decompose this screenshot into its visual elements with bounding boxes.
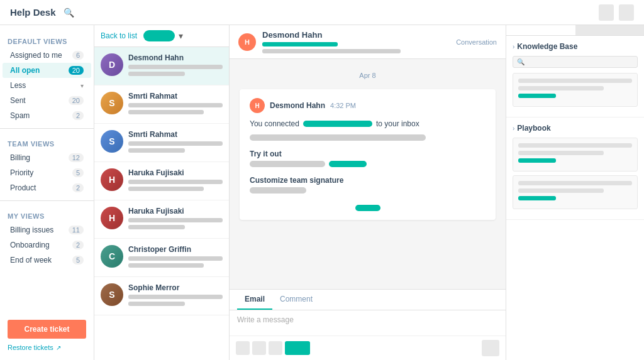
back-to-list-link[interactable]: Back to list	[101, 31, 137, 40]
avatar: S	[101, 283, 123, 306]
sidebar-item-label: Billing issues	[10, 226, 69, 234]
compose-input[interactable]: Write a message	[230, 310, 506, 335]
conv-item-smrti2[interactable]: S Smrti Rahmat	[94, 124, 229, 162]
kb-line	[518, 86, 604, 90]
msg-try-section: Try it out	[250, 147, 486, 167]
msg-sub-line	[250, 134, 486, 141]
toolbar-btn-teal[interactable]	[285, 341, 310, 355]
sidebar-item-assigned-to-me[interactable]: Assigned to me 6	[3, 48, 91, 63]
conv-header-desc-bar	[262, 49, 401, 53]
conv-name: Christoper Griffin	[128, 245, 223, 254]
sidebar-item-onboarding[interactable]: Onboarding 2	[3, 237, 91, 253]
conv-item-chris[interactable]: C Christoper Griffin	[94, 239, 229, 277]
msg-time: 4:32 PM	[330, 102, 356, 109]
my-views-title: My views	[0, 206, 94, 222]
dropdown-button[interactable]: ▾	[179, 31, 183, 41]
restore-tickets-link[interactable]: Restore tickets ↗	[0, 341, 94, 354]
sidebar-item-label: All open	[10, 66, 69, 75]
msg-try-row	[250, 161, 486, 167]
sidebar-item-priority[interactable]: Priority 5	[3, 165, 91, 180]
knowledge-base-header[interactable]: › Knowledge Base	[513, 42, 638, 51]
sidebar-item-product[interactable]: Product 2	[3, 180, 91, 195]
sidebar-item-spam[interactable]: Spam 2	[3, 108, 91, 123]
compose-toolbar	[230, 335, 506, 360]
top-bar: Help Desk 🔍	[0, 0, 644, 25]
top-btn-2[interactable]	[619, 4, 634, 21]
msg-customize-row	[250, 187, 486, 194]
toolbar-btn-2[interactable]	[252, 341, 266, 355]
sidebar-item-count: 20	[69, 66, 84, 75]
conv-name: Smrti Rahmat	[128, 92, 223, 101]
sidebar-item-billing[interactable]: Billing 12	[3, 150, 91, 165]
toolbar-btn-3[interactable]	[269, 341, 282, 355]
sidebar-item-label: Less	[10, 81, 78, 90]
right-sidebar-tabs	[506, 25, 644, 36]
msg-customize-section: Customize team signature	[250, 173, 486, 194]
send-button[interactable]	[482, 340, 499, 356]
conv-body: Apr 8 H Desmond Hahn 4:32 PM You connect…	[230, 59, 506, 289]
restore-tickets-label: Restore tickets	[8, 344, 53, 351]
tab-email[interactable]: Email	[237, 290, 272, 310]
chevron-down-icon: ▾	[80, 82, 84, 89]
app-title: Help Desk	[10, 7, 56, 18]
conv-info: Smrti Rahmat	[128, 92, 223, 117]
sidebar-item-count: 5	[72, 256, 84, 265]
msg-connected-bar	[303, 121, 372, 127]
msg-try-bar1	[250, 161, 325, 167]
msg-section-title: Try it out	[250, 150, 486, 158]
filter-button[interactable]	[143, 30, 175, 41]
right-tab-1[interactable]	[506, 25, 575, 35]
conv-info: Smrti Rahmat	[128, 130, 223, 155]
conv-item-smrti1[interactable]: S Smrti Rahmat	[94, 85, 229, 124]
right-tab-2[interactable]	[575, 25, 645, 35]
conv-preview-line	[128, 72, 185, 76]
conv-name: Sophie Merror	[128, 283, 223, 292]
msg-gray-bar	[250, 134, 426, 141]
pb-line	[518, 151, 604, 155]
conv-preview-line	[128, 218, 223, 222]
msg-connected-row: You connected to your inbox	[250, 119, 486, 128]
conv-name: Smrti Rahmat	[128, 130, 223, 139]
hubspot-logo: H	[245, 38, 250, 46]
msg-try-bar2	[329, 161, 367, 167]
create-ticket-button[interactable]: Create ticket	[8, 320, 86, 339]
knowledge-base-search[interactable]: 🔍	[513, 56, 638, 68]
message-header: H Desmond Hahn 4:32 PM	[250, 98, 486, 113]
tab-comment[interactable]: Comment	[272, 290, 320, 310]
sidebar-item-label: Product	[10, 183, 72, 192]
conv-info: Sophie Merror	[128, 283, 223, 308]
sidebar-item-count: 5	[72, 168, 84, 177]
conv-preview-line	[128, 302, 185, 306]
sidebar-item-label: End of week	[10, 256, 72, 265]
conv-preview-line	[128, 148, 185, 153]
default-views-title: Default views	[0, 31, 94, 48]
sidebar-item-all-open[interactable]: All open 20	[3, 63, 91, 78]
toolbar-btn-1[interactable]	[236, 341, 250, 355]
sidebar-item-end-of-week[interactable]: End of week 5	[3, 253, 91, 268]
msg-connected-pre: You connected	[250, 119, 299, 128]
sidebar-item-label: Sent	[10, 96, 69, 105]
pb-line	[518, 188, 604, 193]
knowledge-base-section: › Knowledge Base 🔍	[506, 36, 644, 117]
search-icon[interactable]: 🔍	[64, 8, 74, 18]
sidebar-item-count: 2	[72, 183, 84, 192]
hubspot-icon: H	[238, 33, 256, 51]
avatar: S	[101, 92, 123, 114]
playbook-header[interactable]: › Playbook	[513, 124, 638, 133]
sidebar-item-count: 11	[69, 226, 84, 234]
chevron-down-icon: ›	[513, 125, 514, 132]
conv-item-desmond[interactable]: D Desmond Hahn	[94, 47, 229, 85]
conv-item-haruka1[interactable]: H Haruka Fujisaki	[94, 162, 229, 200]
kb-line	[518, 79, 632, 83]
conv-preview-line	[128, 225, 185, 229]
conv-name: Haruka Fujisaki	[128, 207, 223, 215]
sidebar-item-billing-issues[interactable]: Billing issues 11	[3, 222, 91, 237]
conv-item-haruka2[interactable]: H Haruka Fujisaki	[94, 200, 229, 239]
conv-item-sophie[interactable]: S Sophie Merror	[94, 277, 229, 315]
sidebar-item-less[interactable]: Less ▾	[3, 78, 91, 93]
conversation-label: Conversation	[456, 38, 497, 46]
top-btn-1[interactable]	[599, 4, 614, 21]
sidebar-item-sent[interactable]: Sent 20	[3, 93, 91, 108]
conv-sender-name: Desmond Hahn	[262, 30, 450, 40]
date-separator: Apr 8	[240, 69, 496, 82]
